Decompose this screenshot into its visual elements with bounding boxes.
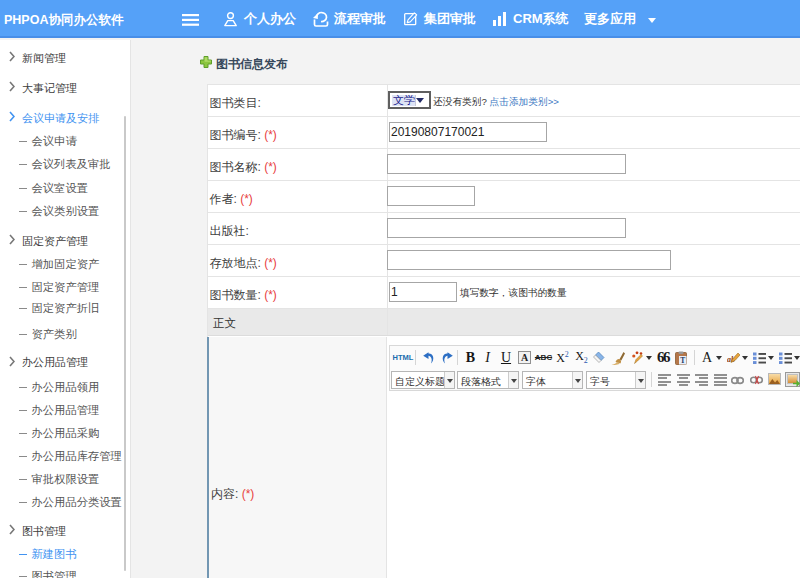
svg-text:T: T: [680, 355, 685, 364]
